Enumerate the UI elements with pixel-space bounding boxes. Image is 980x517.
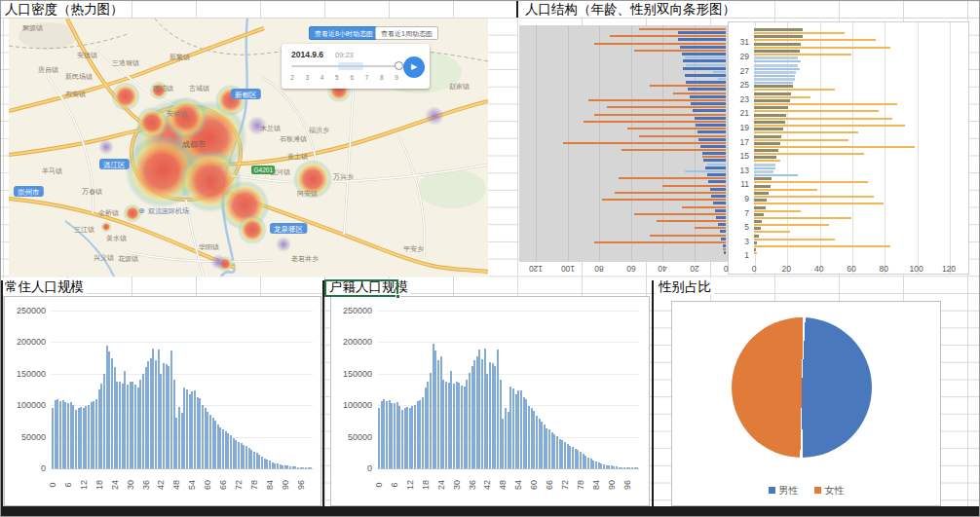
district-badge-label: 崇州市 <box>18 188 40 197</box>
registered-histogram-chart[interactable]: 2500002000001500001000005000000612182430… <box>330 296 650 506</box>
pyramid-bar-right-gray <box>754 170 773 173</box>
airport-icon: ⊕ <box>138 206 145 215</box>
pyramid-bar-left-orange <box>723 248 726 250</box>
histogram-bar <box>636 467 638 468</box>
right-axis-tick: 40 <box>808 264 831 274</box>
pyramid-bar-left-blue <box>678 31 726 34</box>
x-axis-tick: 0 <box>48 474 57 496</box>
pyramid-bar-right-yellow <box>754 82 793 84</box>
pyramid-bar-left-orange <box>682 206 727 208</box>
legend-item-male[interactable]: 男性 <box>769 484 799 498</box>
resident-histogram-chart[interactable]: 2500002000001500001000005000000612182430… <box>4 296 321 506</box>
pyramid-bar-right-gray <box>754 92 791 95</box>
town-label: 三道堰镇 <box>112 59 139 67</box>
heat-spot <box>136 107 168 138</box>
pyramid-bar-right-yellow <box>754 146 915 148</box>
divider <box>322 280 324 506</box>
town-label: 唐昌镇 <box>38 65 58 74</box>
y-axis-tick: 200000 <box>7 337 46 347</box>
pyramid-bar-right-yellow <box>754 181 868 183</box>
road-number-label: G4201 <box>254 166 274 173</box>
age-label: 31 <box>732 37 749 47</box>
heatmap-map[interactable]: 聚源镇唐昌镇新民场镇安德镇三道堰镇新繁镇团结镇古城镇寿安镇安靖镇木兰镇石板滩镇福… <box>9 18 488 277</box>
pyramid-bar-right-gray <box>754 235 759 238</box>
town-label: 团结镇 <box>153 85 173 92</box>
pyramid-bar-left-blue <box>720 230 727 233</box>
pyramid-bar-left-blue <box>707 173 727 176</box>
pyramid-bar-left-orange <box>707 164 727 166</box>
play-button[interactable]: ▶ <box>403 56 425 78</box>
metro-dot <box>276 237 291 252</box>
view-8h-button[interactable]: 查看近8小时动态图 <box>309 26 379 40</box>
x-axis-tick: 96 <box>622 474 632 496</box>
x-axis-line <box>52 468 313 469</box>
legend-item-female[interactable]: 女性 <box>814 484 845 498</box>
pyramid-bar-right-yellow <box>754 224 829 226</box>
pyramid-bar-left-blue <box>680 46 726 49</box>
town-label: 兴义镇 <box>94 254 114 262</box>
pyramid-bar-left-blue <box>682 53 727 55</box>
pyramid-bar-left-blue <box>710 188 726 191</box>
pyramid-bar-right-gray <box>754 164 775 166</box>
pyramid-bar-right-yellow <box>754 54 851 55</box>
pyramid-bar-right-yellow <box>754 245 890 247</box>
pyramid-bar-right-yellow <box>754 96 810 98</box>
pyramid-bar-right-gray <box>754 50 800 53</box>
cell-title-pyramid[interactable]: 人口结构（年龄、性别双向条形图） <box>522 1 738 18</box>
pyramid-bar-right-yellow <box>754 210 801 212</box>
pyramid-bar-left-orange <box>686 64 726 66</box>
age-label: 15 <box>732 151 749 161</box>
divider <box>516 1 518 18</box>
x-axis-tick: 78 <box>576 474 585 496</box>
x-axis-tick: 42 <box>156 474 166 496</box>
pyramid-bar-right-gray <box>754 128 783 130</box>
selection-fill-handle[interactable] <box>396 294 400 299</box>
pyramid-bar-left-orange <box>657 220 727 222</box>
pyramid-bar-left-blue <box>683 59 726 62</box>
pyramid-bar-left-blue <box>695 117 727 120</box>
population-pyramid-chart[interactable]: 1201008060402000204060801001201357911131… <box>517 18 975 281</box>
x-axis-tick: 6 <box>390 474 399 496</box>
pyramid-bar-right-gray <box>754 199 767 202</box>
pyramid-bar-left-blue <box>708 180 726 183</box>
gridline <box>52 311 313 312</box>
gridline <box>918 22 919 274</box>
pyramid-bar-right-gray <box>754 241 757 244</box>
selected-cell-outline <box>324 279 398 297</box>
pyramid-bar-left-blue <box>686 81 726 84</box>
pyramid-bar-left-orange <box>594 43 726 45</box>
x-axis-tick: 84 <box>591 474 601 496</box>
pyramid-bar-left-orange <box>702 156 726 158</box>
pyramid-bar-left-orange <box>634 50 726 52</box>
pyramid-bar-right-gray <box>754 28 803 31</box>
time-slider-track[interactable] <box>291 65 400 67</box>
age-label: 1 <box>732 250 749 260</box>
pyramid-bar-left-orange <box>685 56 726 58</box>
cell-title-resident[interactable]: 常住人口规模 <box>2 278 87 295</box>
pyramid-bar-left-blue <box>702 152 726 155</box>
gridline <box>378 342 639 343</box>
cell-title-heatmap[interactable]: 人口密度（热力图） <box>2 1 127 18</box>
pyramid-bar-left-blue <box>690 95 726 98</box>
age-label: 9 <box>732 194 749 203</box>
age-label: 13 <box>732 166 749 175</box>
pyramid-bar-right-gray <box>754 64 798 67</box>
right-axis-tick: 120 <box>937 264 961 274</box>
pyramid-bar-right-gray <box>754 135 781 138</box>
pyramid-bar-right-yellow <box>754 32 845 34</box>
time-slider-knob[interactable] <box>395 61 403 70</box>
right-axis-tick: 100 <box>905 264 928 274</box>
legend-label: 女性 <box>825 484 845 498</box>
heat-spot <box>111 82 140 111</box>
divider <box>1 280 3 506</box>
town-label: 聚源镇 <box>22 24 43 32</box>
x-axis-tick: 18 <box>94 474 104 496</box>
view-1week-button[interactable]: 查看近1周动态图 <box>375 26 438 40</box>
gridline <box>52 342 313 343</box>
pyramid-bar-left-orange <box>713 71 726 73</box>
gridline <box>852 22 853 274</box>
right-axis-tick: 80 <box>872 264 895 274</box>
x-axis-tick: 54 <box>513 474 523 496</box>
town-label: 黄水镇 <box>106 235 127 242</box>
gender-pie-chart[interactable]: 男性女性 <box>671 301 941 506</box>
